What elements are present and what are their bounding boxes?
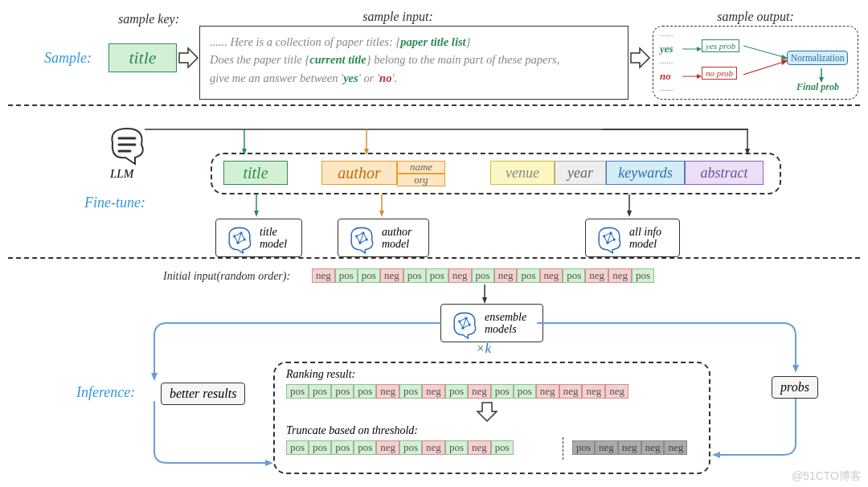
seq-cell: pos [445,384,468,399]
tag-keywards: keywards [606,161,685,185]
seq-cell: pos [517,268,539,283]
seq-cell: neg [540,268,563,283]
finetune-stage-label: Fine-tune: [84,194,145,211]
inference-stage-label: Inference: [76,384,135,401]
seq-cell: pos [399,384,422,399]
title-model: title model [215,219,302,257]
sample-stage-label: Sample: [44,50,92,67]
sample-output-box: ...... yes yes prob ...... no no prob ..… [653,26,858,100]
seq-cell: pos [331,384,354,399]
seq-cell: neg [494,268,518,283]
arrow-ranking-to-truncate [476,402,498,423]
truncate-keep: posposposposnegposnegposnegpos [286,440,514,455]
svg-marker-24 [379,211,384,217]
tag-year: year [555,161,606,185]
allinfo-model: all info model [585,219,680,257]
seq-cell: neg [422,440,445,455]
probs-box: probs [772,376,818,399]
svg-marker-46 [712,452,720,458]
svg-marker-26 [627,211,632,217]
seq-cell: pos [514,384,536,399]
seq-cell: pos [331,440,354,455]
sample-key-tag: title [108,43,177,72]
tag-abstract: abstract [685,161,764,185]
seq-cell: neg [376,440,399,455]
ranking-seq: posposposposnegposnegposnegposposnegnegn… [286,384,628,399]
arrow-title-model [251,194,262,219]
seq-cell: neg [605,384,628,399]
seq-cell: neg [641,440,665,455]
llm-fan-arrows [145,125,755,157]
seq-cell: neg [468,384,491,399]
initial-seq: negposposnegposposnegposnegposnegposnegn… [312,268,654,283]
seq-cell: neg [468,440,491,455]
seq-cell: pos [354,440,376,455]
seq-cell: pos [572,440,595,455]
arrow-author-model [376,194,387,219]
seq-cell: neg [448,268,472,283]
better-results-box: better results [161,383,245,405]
svg-marker-45 [792,365,799,373]
sample-output-label: sample output: [699,10,812,24]
seq-cell: neg [582,384,605,399]
llm-icon [103,119,151,170]
seq-cell: pos [472,268,494,283]
seq-cell: pos [399,440,422,455]
seq-cell: neg [618,440,641,455]
seq-cell: pos [309,384,331,399]
seq-cell: pos [309,440,331,455]
tag-name: name [397,161,445,174]
seq-cell: neg [312,268,335,283]
tag-venue: venue [490,161,555,185]
watermark: @51CTO博客 [792,469,862,484]
svg-marker-22 [254,211,259,217]
seq-cell: neg [608,268,632,283]
seq-cell: pos [563,268,585,283]
seq-cell: neg [536,384,559,399]
seq-cell: neg [664,440,687,455]
sample-input-box: ...... Here is a collection of paper tit… [199,26,628,100]
svg-line-4 [743,46,784,57]
sample-input-label: sample input: [305,10,490,24]
seq-cell: pos [491,440,514,455]
seq-cell: pos [335,268,358,283]
truncate-sep [563,437,563,460]
sample-key-label: sample key: [117,12,181,27]
ensemble-model: ensemble models [440,304,543,342]
truncate-drop: posnegnegnegneg [572,440,687,455]
times-k: ×k [476,341,491,357]
seq-cell: pos [426,268,448,283]
svg-line-6 [743,62,784,75]
seq-cell: neg [380,268,403,283]
arrow-allinfo-model [624,194,635,219]
seq-cell: pos [445,440,468,455]
llm-label: LLM [110,167,133,181]
seq-cell: neg [585,268,608,283]
svg-marker-40 [482,297,487,304]
tag-title-ft: title [223,161,288,185]
seq-cell: neg [559,384,583,399]
svg-marker-48 [265,460,273,466]
tag-org: org [397,174,445,186]
arrow-key-to-input [178,47,199,69]
seq-cell: pos [354,384,376,399]
seq-cell: neg [595,440,618,455]
ranking-label: Ranking result: [286,368,355,381]
arrow-input-to-output [630,47,651,69]
seq-cell: pos [491,384,514,399]
arrow-initial-to-ensemble [479,284,490,305]
initial-input-label: Initial input(random order): [163,270,290,283]
tag-author-ft: author [321,161,397,185]
seq-cell: pos [286,384,309,399]
seq-cell: pos [632,268,654,283]
seq-cell: pos [403,268,426,283]
truncate-label: Truncate based on threshold: [286,424,418,437]
seq-cell: neg [376,384,399,399]
author-model: author model [338,219,429,257]
svg-marker-47 [151,373,158,381]
seq-cell: pos [358,268,380,283]
seq-cell: pos [286,440,309,455]
seq-cell: neg [422,384,445,399]
